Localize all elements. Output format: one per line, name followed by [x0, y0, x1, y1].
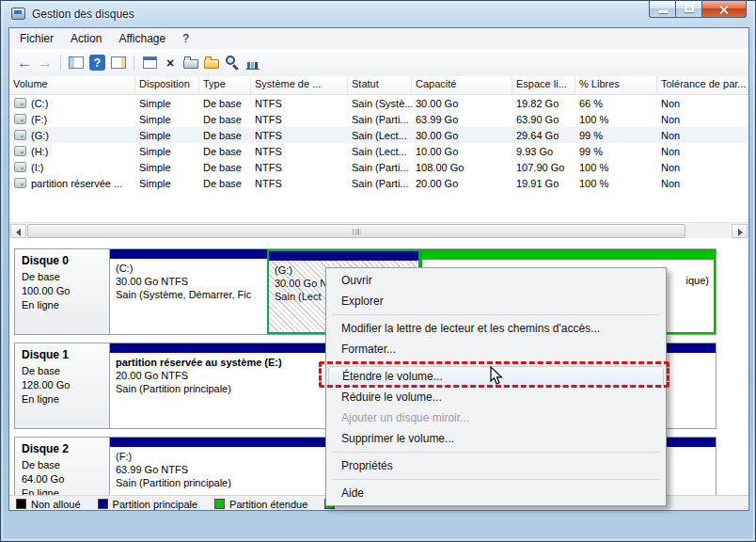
volume-row[interactable]: (F:) Simple De base NTFS Sain (Parti... …	[9, 111, 748, 127]
volume-row[interactable]: (I:) Simple De base NTFS Sain (Parti... …	[9, 159, 748, 175]
volume-capacity: 20.00 Go	[412, 178, 512, 189]
volume-filesystem: NTFS	[251, 178, 348, 189]
disk-type: De base	[22, 458, 102, 472]
volume-name: partition réservée ...	[31, 178, 122, 189]
volume-free-space: 19.82 Go	[512, 98, 575, 109]
volume-capacity: 30.00 Go	[412, 130, 512, 141]
menu-item-aide[interactable]: Aide	[326, 483, 666, 503]
legend-label: Partition principale	[113, 499, 198, 510]
scroll-left-arrow-icon[interactable]	[10, 224, 26, 238]
window-title: Gestion des disques	[32, 8, 134, 21]
volume-type: De base	[199, 146, 251, 157]
menu-item-ouvrir[interactable]: Ouvrir	[326, 270, 666, 291]
folder-properties-icon[interactable]	[181, 53, 201, 73]
volume-fault-tolerance: Non	[657, 146, 748, 157]
column-header[interactable]: Tolérance de par...	[657, 76, 748, 94]
column-header[interactable]: Disposition	[135, 76, 199, 94]
console-tree-icon[interactable]	[66, 53, 87, 73]
forward-icon[interactable]: →	[35, 53, 55, 73]
partition-color-strip	[110, 249, 267, 259]
column-header[interactable]: Système de ...	[251, 76, 348, 94]
back-icon[interactable]: ←	[14, 53, 35, 73]
action-pane-icon[interactable]	[108, 53, 129, 73]
column-header[interactable]: % Libres	[575, 76, 657, 94]
dialog-icon[interactable]	[139, 53, 160, 73]
volume-filesystem: NTFS	[251, 130, 348, 141]
volume-name: (F:)	[31, 114, 47, 125]
volume-type: De base	[199, 178, 251, 189]
volume-fault-tolerance: Non	[657, 130, 748, 141]
context-menu-separator	[332, 362, 660, 363]
disk-2-header[interactable]: Disque 2 De base 64.00 Go En ligne	[15, 438, 110, 495]
open-folder-icon[interactable]	[201, 53, 222, 73]
chart-icon[interactable]	[243, 53, 263, 73]
volume-filesystem: NTFS	[251, 98, 348, 109]
volume-disposition: Simple	[135, 162, 199, 173]
volume-capacity: 108.00 Go	[412, 162, 512, 173]
column-header[interactable]: Espace li...	[512, 76, 575, 94]
menu-item-supprimer-le-volume[interactable]: Supprimer le volume...	[326, 428, 666, 449]
volume-type: De base	[199, 114, 251, 125]
volume-name: (C:)	[31, 98, 48, 109]
volume-icon	[14, 98, 26, 108]
menu-item-etendre-le-volume[interactable]: Étendre le volume...	[328, 366, 664, 387]
menu-item-ajouter-disque-miroir[interactable]: Ajouter un disque miroir...	[326, 407, 666, 428]
menu-item-formater[interactable]: Formater...	[326, 339, 666, 359]
menu-bar-item[interactable]: Fichier	[11, 29, 62, 48]
column-header[interactable]: Capacité	[412, 76, 512, 94]
volume-name: (H:)	[31, 146, 48, 157]
minimize-button[interactable]	[649, 1, 676, 18]
menu-item-reduire-le-volume[interactable]: Réduire le volume...	[326, 387, 666, 407]
volume-disposition: Simple	[135, 114, 199, 125]
volume-row[interactable]: (G:) Simple De base NTFS Sain (Lect... 3…	[9, 127, 748, 143]
volume-row[interactable]: partition réservée ... Simple De base NT…	[9, 175, 748, 191]
volume-row[interactable]: (H:) Simple De base NTFS Sain (Lect... 1…	[9, 143, 748, 159]
volume-free-percent: 66 %	[575, 98, 657, 109]
maximize-button[interactable]	[676, 1, 702, 18]
partition-color-strip	[269, 251, 418, 261]
volume-filesystem: NTFS	[251, 162, 348, 173]
menu-item-proprietes[interactable]: Propriétés	[326, 455, 666, 476]
volume-free-percent: 100 %	[575, 178, 657, 189]
delete-icon[interactable]: ×	[160, 53, 181, 73]
volume-row[interactable]: (C:) Simple De base NTFS Sain (Systè... …	[9, 95, 748, 111]
help-icon[interactable]: ?	[89, 55, 105, 71]
volume-disposition: Simple	[135, 178, 199, 189]
disk-size: 128.00 Go	[22, 378, 102, 392]
menu-bar-item[interactable]: Affichage	[110, 29, 174, 48]
volume-free-space: 63.90 Go	[512, 114, 575, 125]
volume-status: Sain (Lect...	[348, 146, 412, 157]
close-button[interactable]	[702, 1, 747, 18]
menu-item-explorer[interactable]: Explorer	[326, 291, 666, 311]
disk-type: De base	[22, 270, 102, 284]
scrollbar-grip	[353, 229, 361, 235]
volume-list: VolumeDispositionTypeSystème de ...Statu…	[9, 76, 748, 222]
search-icon[interactable]	[222, 53, 243, 73]
disk-type: De base	[22, 364, 102, 378]
column-header[interactable]: Type	[199, 76, 251, 94]
menu-item-modifier-lettre[interactable]: Modifier la lettre de lecteur et les che…	[326, 318, 666, 339]
disk-name: Disque 1	[22, 348, 102, 362]
legend-label: Non alloué	[31, 499, 81, 510]
menu-bar: FichierActionAffichage?	[9, 28, 748, 50]
partition-c[interactable]: (C:) 30.00 Go NTFS Sain (Système, Démarr…	[110, 249, 267, 334]
volume-fault-tolerance: Non	[657, 178, 748, 189]
context-menu-separator	[332, 314, 660, 315]
column-header[interactable]: Volume	[9, 76, 135, 94]
volume-name: (I:)	[31, 162, 43, 173]
volume-free-percent: 100 %	[575, 114, 657, 125]
legend-item: Partition principale	[98, 499, 198, 510]
scrollbar-thumb[interactable]	[27, 224, 685, 238]
disk-0-header[interactable]: Disque 0 De base 100.00 Go En ligne	[15, 249, 110, 334]
menu-bar-item[interactable]: ?	[174, 29, 197, 48]
menu-bar-item[interactable]: Action	[62, 29, 110, 48]
volume-fault-tolerance: Non	[657, 162, 748, 173]
scroll-right-arrow-icon[interactable]	[732, 224, 748, 238]
disk-status: En ligne	[22, 486, 102, 495]
caption-buttons	[649, 1, 747, 18]
volume-type: De base	[199, 162, 251, 173]
titlebar: Gestion des disques	[1, 1, 755, 27]
disk-1-header[interactable]: Disque 1 De base 128.00 Go En ligne	[15, 343, 110, 428]
column-header[interactable]: Statut	[348, 76, 412, 94]
horizontal-scrollbar[interactable]	[9, 222, 748, 238]
